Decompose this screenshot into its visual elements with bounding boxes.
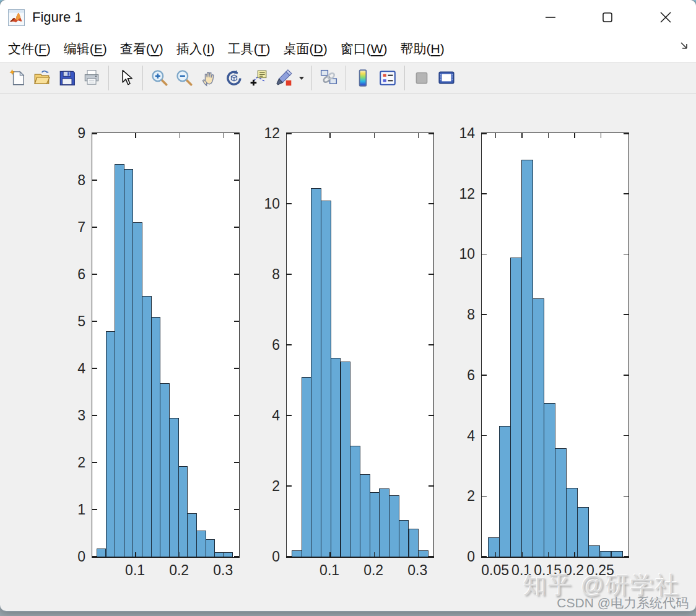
y-tick-mark: [287, 274, 292, 275]
y-tick-mark: [234, 509, 239, 510]
histogram-bar: [360, 474, 370, 557]
histogram-bar: [544, 403, 555, 557]
y-tick-mark: [624, 435, 629, 436]
y-tick-mark: [482, 375, 487, 376]
histogram-bar: [311, 188, 321, 557]
x-tick-mark: [418, 552, 419, 557]
y-tick-mark: [482, 556, 487, 557]
y-tick-mark: [624, 375, 629, 376]
y-tick-mark: [234, 556, 239, 557]
histogram-bar: [187, 513, 197, 557]
histogram-bar: [341, 362, 351, 557]
y-tick-mark: [482, 496, 487, 497]
y-tick-label: 4: [438, 428, 475, 445]
histogram-bar: [379, 488, 389, 557]
histogram-bar: [214, 552, 224, 557]
y-tick-label: 4: [48, 360, 85, 377]
histogram-bar: [510, 258, 522, 557]
histogram-bar: [350, 446, 360, 557]
y-tick-mark: [92, 415, 97, 416]
y-tick-mark: [428, 274, 433, 275]
histogram-bar: [124, 169, 134, 557]
histogram-bar: [196, 531, 206, 557]
histogram-bar: [399, 520, 409, 557]
y-tick-mark: [428, 485, 433, 487]
x-tick-mark: [135, 552, 136, 557]
y-tick-mark: [624, 314, 629, 315]
histogram-bar: [169, 418, 179, 557]
y-tick-mark: [428, 133, 433, 134]
histogram-bar: [566, 488, 578, 557]
y-tick-mark: [234, 274, 239, 275]
y-tick-mark: [482, 435, 487, 436]
y-tick-label: 6: [438, 367, 475, 384]
x-tick-label: 0.3: [198, 562, 248, 579]
histogram-axes-2[interactable]: [286, 132, 434, 558]
y-tick-mark: [428, 415, 433, 416]
y-tick-label: 0: [438, 549, 475, 565]
y-tick-label: 14: [438, 125, 475, 142]
x-tick-label: 0.3: [393, 562, 442, 579]
y-tick-mark: [234, 133, 239, 134]
y-tick-label: 10: [438, 246, 475, 262]
x-tick-mark: [180, 133, 181, 138]
x-tick-mark: [574, 552, 575, 557]
histogram-bar: [321, 201, 331, 557]
histogram-bar: [106, 331, 116, 557]
x-tick-mark: [574, 133, 575, 138]
x-tick-label: 0.1: [110, 562, 160, 579]
x-tick-label: 0.2: [349, 562, 398, 579]
y-tick-label: 0: [243, 549, 280, 565]
x-tick-mark: [418, 133, 419, 138]
x-tick-mark: [135, 133, 136, 138]
x-tick-mark: [224, 552, 225, 557]
y-tick-mark: [287, 133, 292, 134]
histogram-bar: [611, 551, 623, 557]
y-tick-label: 0: [48, 549, 85, 565]
y-tick-mark: [624, 133, 629, 134]
y-tick-label: 8: [438, 306, 475, 323]
y-tick-label: 2: [48, 454, 85, 471]
x-tick-mark: [521, 133, 523, 138]
y-tick-label: 8: [243, 266, 280, 283]
histogram-bar: [418, 550, 428, 557]
y-tick-mark: [92, 180, 97, 181]
y-tick-mark: [234, 321, 239, 322]
y-tick-mark: [92, 274, 97, 275]
y-tick-label: 4: [243, 407, 280, 424]
y-tick-mark: [287, 415, 292, 416]
y-tick-mark: [482, 193, 487, 194]
y-tick-mark: [234, 462, 239, 463]
y-tick-label: 7: [48, 219, 85, 236]
x-tick-mark: [495, 552, 497, 557]
histogram-bar: [488, 537, 500, 557]
y-tick-label: 6: [243, 337, 280, 354]
y-tick-mark: [92, 556, 97, 557]
y-tick-label: 6: [48, 266, 85, 283]
y-tick-mark: [92, 368, 97, 369]
y-tick-mark: [287, 485, 292, 487]
histogram-bar: [499, 426, 511, 558]
y-tick-mark: [428, 556, 433, 557]
x-tick-mark: [374, 552, 375, 557]
histogram-bar: [555, 448, 567, 557]
histogram-axes-1[interactable]: [92, 132, 240, 558]
x-tick-mark: [521, 552, 523, 557]
y-tick-label: 9: [48, 125, 85, 142]
y-tick-label: 1: [48, 501, 85, 518]
histogram-bar: [577, 507, 589, 557]
histogram-bar: [292, 550, 302, 557]
y-tick-label: 12: [243, 125, 280, 142]
x-tick-mark: [180, 552, 181, 557]
y-tick-label: 12: [438, 186, 475, 202]
x-tick-mark: [495, 133, 497, 138]
histogram-axes-3[interactable]: [481, 132, 629, 558]
histogram-bar: [206, 539, 215, 557]
y-tick-mark: [624, 496, 629, 497]
y-tick-label: 5: [48, 313, 85, 330]
histogram-bar: [370, 492, 380, 558]
x-tick-label: 0.1: [305, 562, 354, 579]
y-tick-mark: [234, 227, 239, 228]
y-tick-label: 3: [48, 407, 85, 424]
x-tick-mark: [548, 552, 549, 557]
